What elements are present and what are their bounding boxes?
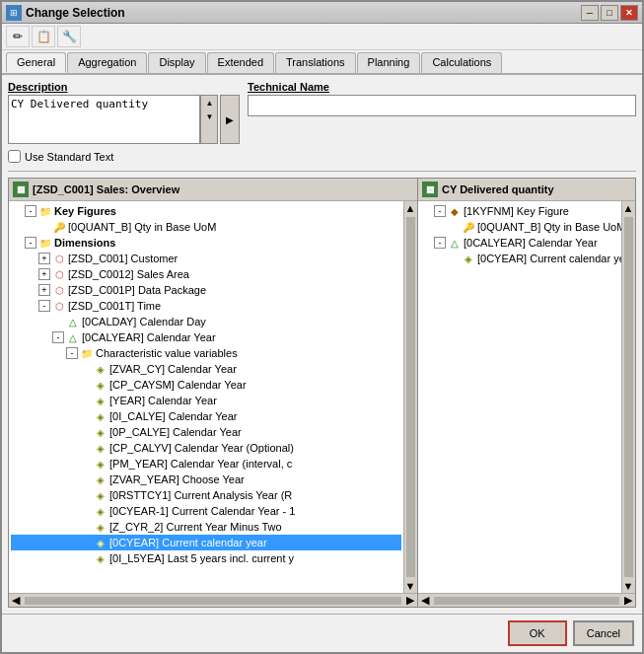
cancel-button[interactable]: Cancel	[573, 620, 634, 646]
scroll-down-button[interactable]: ▼	[201, 109, 217, 123]
tree-label: [ZSD_C001] Customer	[68, 253, 178, 264]
tree-item[interactable]: ◈ [CP_CALYV] Calendar Year (Optional)	[11, 440, 401, 456]
hscroll-thumb[interactable]	[25, 597, 401, 605]
scroll-thumb[interactable]	[406, 217, 415, 577]
dim-icon: ⬡	[52, 283, 66, 297]
tree-item-selected[interactable]: ◈ [0CYEAR] Current calendar year	[11, 535, 401, 550]
toggle-icon[interactable]: -	[434, 205, 446, 217]
ok-button[interactable]: OK	[508, 620, 567, 646]
panels-row: ▦ [ZSD_C001] Sales: Overview - 📁 Key Fig…	[8, 178, 636, 608]
toggle-icon[interactable]: +	[38, 268, 50, 280]
var2-icon: ◈	[462, 252, 475, 265]
tree-item[interactable]: ◈ [0P_CALYE] Calendar Year	[11, 424, 401, 440]
tree-item[interactable]: - ◆ [1KYFNM] Key Figure	[420, 203, 619, 219]
hscroll-right-r[interactable]: ▶	[621, 595, 635, 607]
left-scrollbar[interactable]: ▲ ▼	[403, 201, 417, 593]
scroll-thumb-r[interactable]	[624, 217, 633, 577]
folder-icon: 📁	[38, 236, 52, 250]
var-icon: ◈	[94, 472, 107, 486]
tree-item[interactable]: ◈ [CP_CAYSM] Calendar Year	[11, 377, 401, 393]
description-group: Description CY Delivered quantity ▲ ▼ ▶	[8, 81, 240, 144]
tree-item[interactable]: - ⬡ [ZSD_C001T] Time	[11, 298, 401, 314]
tree-item[interactable]: ◈ [0I_CALYE] Calendar Year	[11, 408, 401, 424]
toggle-icon	[80, 505, 92, 517]
tree-item[interactable]: ◈ [ZVAR_YEAR] Choose Year	[11, 472, 401, 487]
toggle-icon	[80, 426, 92, 438]
scroll-down[interactable]: ▼	[404, 579, 416, 593]
tree-label: [0QUANT_B] Qty in Base UoM	[477, 221, 621, 233]
toggle-icon	[80, 442, 92, 454]
tab-planning[interactable]: Planning	[357, 52, 421, 73]
toggle-icon[interactable]: -	[434, 237, 446, 249]
copy-button[interactable]: 📋	[32, 26, 55, 47]
tree-item[interactable]: ◈ [PM_YEAR] Calendar Year (interval, c	[11, 456, 401, 472]
tree-item[interactable]: ◈ [YEAR] Calendar Year	[11, 393, 401, 408]
toggle-icon[interactable]: -	[25, 237, 36, 249]
tab-general[interactable]: General	[6, 52, 66, 73]
tree-label: Key Figures	[54, 205, 116, 217]
tree-item[interactable]: ◈ [0RSTTCY1] Current Analysis Year (R	[11, 487, 401, 503]
tab-calculations[interactable]: Calculations	[421, 52, 502, 73]
tab-extended[interactable]: Extended	[207, 52, 274, 73]
hscroll-thumb-r[interactable]	[434, 597, 619, 605]
tree-item[interactable]: ◈ [0I_L5YEA] Last 5 years incl. current …	[11, 550, 401, 566]
tree-item[interactable]: ◈ [ZVAR_CY] Calendar Year	[11, 361, 401, 377]
tree-item[interactable]: - △ [0CALYEAR] Calendar Year	[11, 329, 401, 345]
tree-item[interactable]: ◈ [0CYEAR-1] Current Calendar Year - 1	[11, 503, 401, 519]
toggle-icon[interactable]: -	[25, 205, 36, 217]
edit-button[interactable]: ✏	[6, 26, 30, 47]
tree-item[interactable]: - 📁 Characteristic value variables	[11, 345, 401, 361]
scroll-up-button[interactable]: ▲	[201, 96, 217, 109]
tab-aggregation[interactable]: Aggregation	[67, 52, 147, 73]
right-scrollbar[interactable]: ▲ ▼	[621, 201, 635, 593]
scroll-down-r[interactable]: ▼	[622, 579, 634, 593]
hscroll-left[interactable]: ◀	[9, 595, 23, 607]
right-panel-title: CY Delivered quantity	[442, 183, 554, 195]
toggle-icon	[80, 410, 92, 422]
close-button[interactable]: ✕	[620, 5, 638, 21]
tree-label: [0CALYEAR] Calendar Year	[464, 237, 598, 249]
description-textarea[interactable]: CY Delivered quantity	[8, 95, 200, 144]
left-tree-area[interactable]: - 📁 Key Figures 🔑 [0QUANT_B] Qty in Base…	[9, 201, 403, 593]
tab-translations[interactable]: Translations	[275, 52, 356, 73]
technical-name-input[interactable]	[248, 95, 636, 116]
tree-item[interactable]: + ⬡ [ZSD_C0012] Sales Area	[11, 266, 401, 282]
settings-button[interactable]: 🔧	[57, 26, 81, 47]
maximize-button[interactable]: □	[601, 5, 618, 21]
toggle-icon	[52, 316, 64, 327]
scroll-up-r[interactable]: ▲	[622, 201, 634, 215]
divider	[8, 171, 636, 172]
toggle-icon[interactable]: -	[66, 347, 78, 359]
minimize-button[interactable]: ─	[581, 5, 599, 21]
tree-label: [YEAR] Calendar Year	[109, 395, 217, 406]
technical-name-label: Technical Name	[248, 81, 636, 93]
scroll-buttons: ▲ ▼	[200, 95, 218, 144]
folder-icon: 📁	[80, 346, 94, 360]
tree-item[interactable]: + ⬡ [ZSD_C001] Customer	[11, 251, 401, 266]
toggle-icon[interactable]: +	[38, 253, 50, 264]
tree-item[interactable]: ◈ [Z_CYR_2] Current Year Minus Two	[11, 519, 401, 535]
hscroll-right[interactable]: ▶	[403, 595, 417, 607]
tab-display[interactable]: Display	[148, 52, 205, 73]
toggle-icon[interactable]: -	[52, 331, 64, 343]
left-hscroll[interactable]: ◀ ▶	[9, 593, 417, 607]
scroll-up[interactable]: ▲	[404, 201, 416, 215]
right-hscroll[interactable]: ◀ ▶	[418, 593, 635, 607]
tree-item[interactable]: △ [0CALDAY] Calendar Day	[11, 314, 401, 329]
tree-item[interactable]: 🔑 [0QUANT_B] Qty in Base UoM	[11, 219, 401, 235]
toggle-icon[interactable]: -	[38, 300, 50, 312]
tree-label: [PM_YEAR] Calendar Year (interval, c	[109, 458, 292, 470]
toggle-icon[interactable]: +	[38, 284, 50, 296]
tree-item[interactable]: + ⬡ [ZSD_C001P] Data Package	[11, 282, 401, 298]
toggle-icon	[80, 379, 92, 391]
hscroll-left-r[interactable]: ◀	[418, 595, 432, 607]
extra-button[interactable]: ▶	[220, 95, 240, 144]
tree-label: [0I_CALYE] Calendar Year	[109, 410, 237, 422]
tree-item[interactable]: - 📁 Dimensions	[11, 235, 401, 251]
tree-item[interactable]: ◈ [0CYEAR] Current calendar year	[420, 251, 619, 266]
tree-item[interactable]: - △ [0CALYEAR] Calendar Year	[420, 235, 619, 251]
tree-item[interactable]: 🔑 [0QUANT_B] Qty in Base UoM	[420, 219, 619, 235]
tree-item[interactable]: - 📁 Key Figures	[11, 203, 401, 219]
right-tree-area[interactable]: - ◆ [1KYFNM] Key Figure 🔑 [0QUANT_B] Qty…	[418, 201, 621, 593]
use-standard-text-checkbox[interactable]	[8, 150, 21, 163]
